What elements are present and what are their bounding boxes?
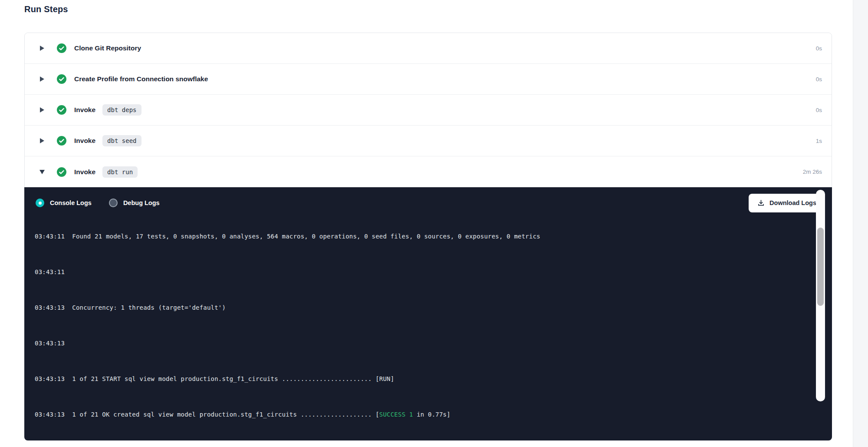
log-line: 03:43:13 Concurrency: 1 threads (target=… [35, 303, 832, 312]
run-steps-card: Clone Git Repository 0s Create Profile f… [24, 33, 832, 440]
expand-caret-icon[interactable] [39, 169, 45, 175]
step-row[interactable]: Clone Git Repository 0s [25, 33, 832, 64]
log-type-radio[interactable]: Debug Logs [109, 199, 160, 207]
step-row[interactable]: Invoke dbt seed 1s [25, 126, 832, 156]
step-row[interactable]: Create Profile from Connection snowflake… [25, 64, 832, 95]
log-line: 03:43:11 Found 21 models, 17 tests, 0 sn… [35, 232, 832, 241]
radio-label: Debug Logs [123, 199, 160, 206]
success-check-icon [57, 167, 66, 177]
radio-label: Console Logs [50, 199, 92, 206]
step-duration: 2m 26s [803, 169, 822, 175]
step-command-chip: dbt seed [102, 135, 141, 146]
step-label: Clone Git Repository [74, 44, 141, 52]
log-line: 03:43:13 1 of 21 START sql view model pr… [35, 374, 832, 384]
step-row[interactable]: Invoke dbt run 2m 26s [25, 156, 832, 187]
log-toolbar: Console Logs Debug Logs Download Logs [24, 187, 832, 219]
download-icon [757, 199, 765, 207]
step-command-chip: dbt deps [102, 104, 141, 116]
step-label: Invoke [74, 106, 95, 114]
log-panel: Console Logs Debug Logs Download Logs [24, 187, 832, 440]
expand-caret-icon[interactable] [39, 107, 45, 113]
log-line: 03:43:11 [35, 268, 832, 277]
expand-caret-icon[interactable] [39, 138, 45, 144]
run-steps-page: Run Steps Clone Git Repository 0s Create… [0, 0, 868, 447]
step-label: Create Profile from Connection snowflake [74, 75, 208, 83]
log-type-radio[interactable]: Console Logs [36, 199, 92, 207]
step-command-chip: dbt run [102, 166, 138, 178]
step-label: Invoke [74, 137, 95, 145]
right-gutter [853, 0, 868, 447]
step-row[interactable]: Invoke dbt deps 0s [25, 95, 832, 126]
expand-caret-icon[interactable] [39, 76, 45, 82]
download-logs-label: Download Logs [769, 199, 816, 206]
step-duration: 0s [816, 45, 822, 52]
log-type-radios: Console Logs Debug Logs [36, 199, 177, 207]
log-line: 03:43:13 1 of 21 OK created sql view mod… [35, 410, 832, 419]
page-title: Run Steps [24, 4, 68, 14]
success-check-icon [57, 74, 66, 84]
log-line: 03:43:13 [35, 339, 832, 348]
radio-icon[interactable] [109, 199, 118, 207]
step-duration: 0s [816, 107, 822, 113]
radio-icon[interactable] [36, 199, 44, 207]
step-label: Invoke [74, 168, 95, 176]
console-log-output[interactable]: 03:43:11 Found 21 models, 17 tests, 0 sn… [24, 219, 832, 440]
download-logs-button[interactable]: Download Logs [749, 194, 825, 212]
log-scrollbar-track[interactable] [816, 190, 825, 401]
log-lines: 03:43:11 Found 21 models, 17 tests, 0 sn… [35, 219, 832, 440]
steps-list: Clone Git Repository 0s Create Profile f… [25, 33, 832, 187]
success-check-icon [57, 136, 66, 146]
log-scrollbar-thumb[interactable] [817, 228, 824, 306]
step-duration: 1s [816, 138, 822, 144]
success-check-icon [57, 105, 66, 115]
success-check-icon [57, 43, 66, 53]
expand-caret-icon[interactable] [39, 45, 45, 51]
step-duration: 0s [816, 76, 822, 83]
